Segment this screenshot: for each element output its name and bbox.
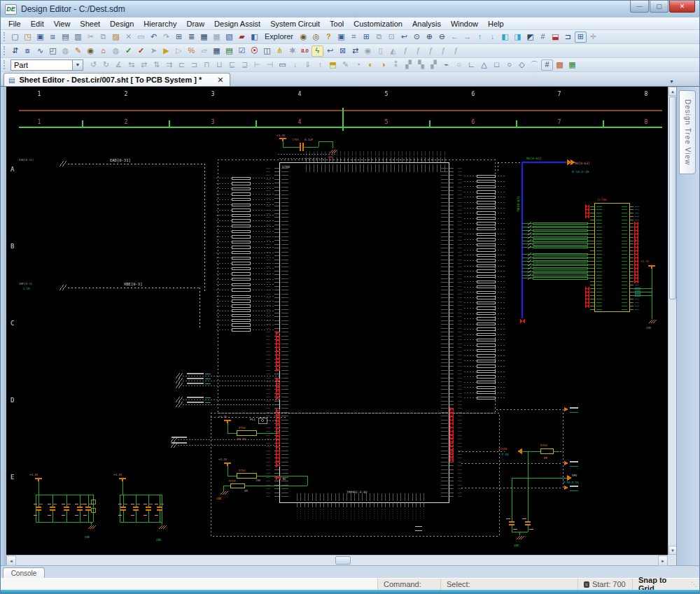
percent-icon[interactable]: % bbox=[186, 45, 197, 57]
align-right-icon[interactable]: ⊐ bbox=[188, 59, 200, 71]
copy-icon[interactable]: ⧉ bbox=[97, 31, 109, 43]
combo-dropdown-icon[interactable]: ▼ bbox=[72, 60, 83, 70]
align-bottom-icon[interactable]: ⊔ bbox=[214, 59, 225, 71]
menu-system-circuit[interactable]: System Circuit bbox=[265, 19, 325, 29]
edit-attr-icon[interactable]: ▱ bbox=[198, 45, 210, 57]
menu-help[interactable]: Help bbox=[483, 19, 509, 29]
design-tree-view-tab[interactable]: Design Tree View bbox=[679, 90, 696, 174]
menu-hierarchy[interactable]: Hierarchy bbox=[139, 19, 181, 29]
menu-analysis[interactable]: Analysis bbox=[407, 19, 446, 29]
fit-all-icon[interactable]: ⊞ bbox=[360, 31, 372, 43]
horizontal-scroll-thumb[interactable] bbox=[335, 556, 351, 565]
doc-view-icon[interactable]: ▯ bbox=[374, 45, 386, 57]
cap-bank-2[interactable] bbox=[118, 479, 167, 529]
zoom-region-icon[interactable]: ⊙ bbox=[411, 31, 423, 43]
import-sheet-icon[interactable]: ⬓ bbox=[550, 31, 561, 43]
toolbar-grip[interactable] bbox=[4, 60, 6, 69]
resize-grip[interactable]: ⋱ bbox=[690, 579, 699, 590]
push-bottom-icon[interactable]: ⇓ bbox=[302, 59, 314, 71]
doc-search-icon[interactable]: ◉ bbox=[362, 45, 374, 57]
print-icon[interactable]: ▤ bbox=[59, 31, 71, 43]
redo-icon[interactable]: ↷ bbox=[160, 31, 172, 43]
menu-design-assist[interactable]: Design Assist bbox=[209, 19, 265, 29]
sheet-number-icon[interactable]: # bbox=[541, 59, 553, 71]
new-icon[interactable]: ▢ bbox=[9, 31, 21, 43]
ref-update-icon[interactable]: ◭ bbox=[387, 45, 399, 57]
diamond-tool-icon[interactable]: ◇ bbox=[516, 59, 528, 71]
vertical-scroll-thumb[interactable] bbox=[669, 97, 676, 299]
paste-icon[interactable]: ▨ bbox=[110, 31, 122, 43]
bus-xbe[interactable] bbox=[59, 285, 200, 328]
save-all-icon[interactable]: ⧈ bbox=[47, 31, 59, 43]
distribute-v-icon[interactable]: ⊒ bbox=[239, 59, 251, 71]
menu-tool[interactable]: Tool bbox=[325, 19, 349, 29]
new-sheet-icon[interactable]: ◰ bbox=[47, 45, 59, 57]
title-bar[interactable]: DE Design Editor - C:/Dest.sdm — ▢ ✕ bbox=[1, 1, 699, 17]
pdf-export-icon[interactable]: ▰ bbox=[236, 31, 248, 43]
ellipse-tool-icon[interactable]: ○ bbox=[503, 59, 515, 71]
pull-up-icon[interactable]: ↑ bbox=[314, 59, 326, 71]
scroll-right-icon[interactable]: ► bbox=[658, 556, 668, 566]
close-button[interactable]: ✕ bbox=[669, 1, 695, 13]
menu-edit[interactable]: Edit bbox=[26, 19, 49, 29]
bom-icon[interactable]: 8.0 bbox=[299, 45, 311, 57]
rotate-angle-icon[interactable]: ∡ bbox=[113, 59, 125, 71]
hierarchy-tree-icon[interactable]: ≣ bbox=[186, 31, 197, 43]
bus-ead[interactable] bbox=[59, 161, 204, 292]
pen-edit-icon[interactable]: ✎ bbox=[72, 45, 84, 57]
polyline-tool-icon[interactable]: ∟ bbox=[465, 59, 477, 71]
save-block-icon[interactable]: ◫ bbox=[261, 45, 273, 57]
zoom-out-icon[interactable]: ⊖ bbox=[436, 31, 448, 43]
vcoin-circuit[interactable] bbox=[506, 407, 578, 539]
hook-icon[interactable]: ↩ bbox=[324, 45, 336, 57]
toolbar-grip[interactable] bbox=[4, 32, 6, 41]
status-light-icon[interactable]: ⦿ bbox=[248, 45, 260, 57]
mirror-h-icon[interactable]: ⇄ bbox=[138, 59, 150, 71]
sheet-frame-icon[interactable]: ⊞ bbox=[173, 31, 185, 43]
save-icon[interactable]: ▣ bbox=[34, 31, 46, 43]
stamp-b-icon[interactable]: ▚ bbox=[415, 59, 427, 71]
prev-view-icon[interactable]: ⊡ bbox=[386, 31, 398, 43]
func5-icon[interactable]: ƒ bbox=[450, 45, 462, 57]
main-ic-u700[interactable] bbox=[266, 151, 462, 530]
pan-up-icon[interactable]: ↑ bbox=[474, 31, 486, 43]
arc-tool-icon[interactable]: ⌒ bbox=[528, 59, 540, 71]
fit-frame-icon[interactable]: ⌗ bbox=[348, 31, 360, 43]
check-report-icon[interactable]: ⊠ bbox=[337, 45, 349, 57]
grid-display-icon[interactable]: # bbox=[537, 31, 549, 43]
option-gear-icon[interactable]: ✱ bbox=[286, 45, 298, 57]
menu-view[interactable]: View bbox=[49, 19, 76, 29]
maximize-button[interactable]: ▢ bbox=[650, 1, 668, 13]
net-tree-icon[interactable]: ⋔ bbox=[274, 45, 286, 57]
space-h-icon[interactable]: ⊢ bbox=[251, 59, 263, 71]
align-top-icon[interactable]: ⊓ bbox=[201, 59, 213, 71]
find-part-icon[interactable]: ◉ bbox=[298, 31, 309, 43]
align-left-icon[interactable]: ⊏ bbox=[176, 59, 188, 71]
rotate-left-icon[interactable]: ↺ bbox=[88, 59, 99, 71]
properties-icon[interactable]: ▭ bbox=[135, 31, 147, 43]
termination-array-right[interactable] bbox=[464, 175, 506, 399]
color-map-icon[interactable]: ▩ bbox=[554, 59, 566, 71]
sheet-canvas[interactable]: 1234567812345678ABCDEEAD[0-31]EAD[0-31]X… bbox=[6, 87, 668, 555]
func3-icon[interactable]: ƒ bbox=[425, 45, 437, 57]
erc-run-icon[interactable]: ϟ bbox=[312, 45, 323, 57]
cap-bank-1[interactable] bbox=[34, 479, 96, 529]
push-down-icon[interactable]: ↓ bbox=[289, 59, 301, 71]
minimize-button[interactable]: — bbox=[630, 1, 649, 13]
verify-list-icon[interactable]: ☑ bbox=[236, 45, 248, 57]
scroll-left-icon[interactable]: ◄ bbox=[6, 556, 16, 566]
db-icon[interactable]: ◍ bbox=[110, 45, 122, 57]
msg-find-icon[interactable]: ◩ bbox=[524, 31, 536, 43]
explorer-button[interactable]: Explorer bbox=[261, 31, 297, 43]
ic700[interactable] bbox=[522, 203, 657, 323]
move-tool-icon[interactable]: ✛ bbox=[587, 31, 599, 43]
pll-circuit[interactable] bbox=[220, 418, 307, 495]
net-connect-icon[interactable]: ∿ bbox=[34, 45, 46, 57]
image-view-icon[interactable]: ▧ bbox=[223, 31, 235, 43]
attr-table-icon[interactable]: ▦ bbox=[211, 45, 223, 57]
sheet-edit-icon[interactable]: ✎ bbox=[340, 59, 351, 71]
msg-forward-icon[interactable]: ◧ bbox=[499, 31, 511, 43]
menu-file[interactable]: File bbox=[4, 19, 26, 29]
part-type-selector[interactable]: Part ▼ bbox=[10, 59, 83, 71]
menu-window[interactable]: Window bbox=[446, 19, 483, 29]
